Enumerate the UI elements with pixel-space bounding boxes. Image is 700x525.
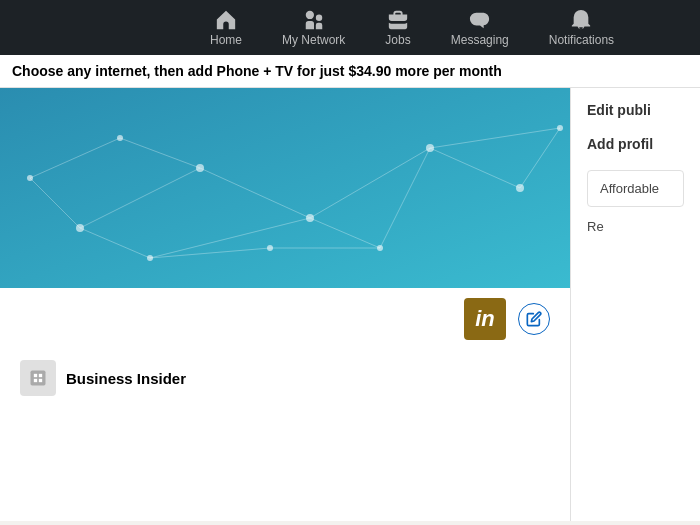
sidebar-card-text: Affordable — [600, 181, 659, 196]
svg-rect-30 — [34, 379, 37, 382]
edit-pencil-button[interactable] — [518, 303, 550, 335]
nav-items-container: Home My Network Jobs — [190, 0, 634, 55]
profile-area: in — [0, 88, 570, 521]
home-icon — [215, 9, 237, 31]
svg-point-23 — [27, 175, 33, 181]
ad-banner-text: Choose any internet, then add Phone + TV… — [12, 63, 502, 79]
linkedin-in-text: in — [475, 308, 495, 330]
ad-banner: Choose any internet, then add Phone + TV… — [0, 55, 700, 88]
nav-item-notifications[interactable]: Notifications — [529, 0, 634, 55]
cover-photo — [0, 88, 570, 288]
company-icon — [28, 368, 48, 388]
add-profile-section-link[interactable]: Add profil — [587, 136, 684, 152]
edit-public-profile-link[interactable]: Edit publi — [587, 102, 684, 118]
nav-item-messaging[interactable]: Messaging — [431, 0, 529, 55]
svg-rect-27 — [31, 371, 46, 386]
svg-point-18 — [306, 214, 314, 222]
svg-point-25 — [267, 245, 273, 251]
below-cover: in — [0, 288, 570, 414]
svg-rect-29 — [39, 374, 42, 377]
jobs-icon — [387, 9, 409, 31]
svg-point-22 — [117, 135, 123, 141]
company-name-label: Business Insider — [66, 370, 186, 387]
nav-messaging-label: Messaging — [451, 33, 509, 47]
notifications-icon — [570, 9, 592, 31]
svg-point-21 — [147, 255, 153, 261]
linkedin-share-button[interactable]: in — [464, 298, 506, 340]
company-row: Business Insider — [20, 352, 550, 404]
top-navigation: Home My Network Jobs — [0, 0, 700, 55]
sidebar-partial-label: Re — [587, 219, 684, 234]
svg-point-17 — [196, 164, 204, 172]
edit-public-label: Edit publi — [587, 102, 651, 118]
network-graph-svg — [0, 88, 570, 288]
nav-notifications-label: Notifications — [549, 33, 614, 47]
svg-point-24 — [377, 245, 383, 251]
svg-rect-31 — [39, 379, 42, 382]
sidebar-ad-card: Affordable — [587, 170, 684, 207]
svg-rect-0 — [0, 88, 570, 288]
svg-point-16 — [76, 224, 84, 232]
nav-my-network-label: My Network — [282, 33, 345, 47]
nav-jobs-label: Jobs — [385, 33, 410, 47]
my-network-icon — [303, 9, 325, 31]
nav-item-jobs[interactable]: Jobs — [365, 0, 430, 55]
sidebar-re-label: Re — [587, 219, 604, 234]
svg-point-20 — [516, 184, 524, 192]
svg-point-26 — [557, 125, 563, 131]
company-logo — [20, 360, 56, 396]
svg-point-19 — [426, 144, 434, 152]
nav-home-label: Home — [210, 33, 242, 47]
nav-item-home[interactable]: Home — [190, 0, 262, 55]
profile-actions: in — [20, 298, 550, 340]
svg-rect-28 — [34, 374, 37, 377]
right-sidebar: Edit publi Add profil Affordable Re — [570, 88, 700, 521]
add-profile-label: Add profil — [587, 136, 653, 152]
nav-item-my-network[interactable]: My Network — [262, 0, 365, 55]
main-content: in — [0, 88, 700, 521]
messaging-icon — [469, 9, 491, 31]
